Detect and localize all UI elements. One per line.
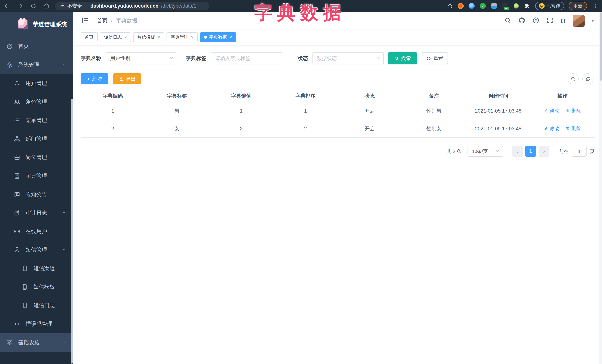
sidebar-item-sms-template[interactable]: 短信模板 xyxy=(0,278,73,296)
edit-link[interactable]: 修改 xyxy=(544,108,559,114)
dict-name-select[interactable] xyxy=(106,52,177,64)
delete-link[interactable]: 删除 xyxy=(566,108,581,114)
extension-orange-icon[interactable] xyxy=(457,3,464,9)
breadcrumb-home[interactable]: 首页 xyxy=(97,17,108,24)
sidebar-item-label: 部门管理 xyxy=(26,135,47,143)
search-button[interactable]: 搜索 xyxy=(388,52,417,64)
scrollbar-thumb[interactable] xyxy=(600,12,602,81)
tab-home[interactable]: 首页 xyxy=(81,32,98,42)
close-icon[interactable]: × xyxy=(124,35,127,40)
page-size-select[interactable] xyxy=(468,146,503,157)
announcement-icon xyxy=(14,191,20,198)
sidebar-item-menu-mgmt[interactable]: 菜单管理 xyxy=(0,111,73,130)
github-icon[interactable] xyxy=(518,17,525,25)
toggle-search-button[interactable] xyxy=(568,73,579,84)
extension-green-leaf-icon[interactable] xyxy=(513,3,520,9)
sidebar-item-dict-mgmt[interactable]: 字典管理 xyxy=(0,167,73,185)
add-button[interactable]: + 新增 xyxy=(81,73,108,84)
cell-status: 开启 xyxy=(338,102,402,120)
export-button[interactable]: 导出 xyxy=(113,73,141,84)
sidebar-item-infrastructure[interactable]: 基础设施 xyxy=(0,333,73,352)
sidebar-item-notice[interactable]: 通知公告 xyxy=(0,185,73,204)
chevron-down-icon xyxy=(376,56,380,61)
forward-icon[interactable] xyxy=(17,3,23,9)
sidebar: 芋道管理系统 首页 系统管理 用户管理 角色管理 菜单管理 xyxy=(0,12,73,364)
font-size-icon[interactable]: tT xyxy=(560,17,566,24)
sidebar-item-post-mgmt[interactable]: 岗位管理 xyxy=(0,148,73,167)
gear-icon xyxy=(6,62,13,68)
paused-label: 已暂停 xyxy=(547,3,560,9)
sidebar-item-online-users[interactable]: 在线用户 xyxy=(0,222,73,241)
table-row: 1 男 1 1 开启 性别男 2021-01-05 17:03:48 修改 删除 xyxy=(81,102,595,120)
sidebar-item-label: 系统管理 xyxy=(18,61,40,69)
page-number-1[interactable]: 1 xyxy=(525,146,536,157)
browser-menu-icon[interactable]: ⋮ xyxy=(592,3,599,9)
fullscreen-icon[interactable] xyxy=(547,17,553,25)
delete-link[interactable]: 删除 xyxy=(566,125,581,132)
status-select[interactable] xyxy=(312,52,384,64)
reset-button[interactable]: 重置 xyxy=(422,52,448,64)
page-scrollbar[interactable] xyxy=(599,12,602,364)
reload-icon[interactable] xyxy=(30,3,37,9)
sidebar-item-label: 短信渠道 xyxy=(33,265,55,272)
goto-page-input[interactable] xyxy=(572,146,587,157)
extension-puzzle-icon[interactable] xyxy=(524,3,531,9)
col-header: 字典标签 xyxy=(145,90,209,102)
sidebar-item-system-mgmt[interactable]: 系统管理 xyxy=(0,56,73,74)
extension-green-check-icon[interactable]: ✓ xyxy=(480,3,486,9)
tab-sms-template[interactable]: 短信模板 × xyxy=(133,32,164,42)
address-bar[interactable]: 不安全 dashboard.yudao.iocoder.cn/dict/type… xyxy=(55,2,209,10)
sidebar-item-home[interactable]: 首页 xyxy=(0,37,73,56)
close-icon[interactable]: × xyxy=(229,35,232,40)
edit-link[interactable]: 修改 xyxy=(544,125,559,132)
extension-blue-drop-icon[interactable] xyxy=(468,3,475,9)
extension-blue-diamond-icon[interactable] xyxy=(491,3,497,9)
sidebar-item-sms-mgmt[interactable]: 短信管理 xyxy=(0,241,73,259)
phone-icon xyxy=(22,265,28,272)
extension-dark-on-icon[interactable]: on xyxy=(502,3,508,9)
page-size-value[interactable] xyxy=(472,149,499,154)
sidebar-item-label: 基础设施 xyxy=(18,339,40,346)
tab-sms-log[interactable]: 短信日志 × xyxy=(100,32,131,42)
prev-page-button[interactable]: ‹ xyxy=(512,146,523,157)
export-button-label: 导出 xyxy=(126,76,136,82)
tab-dict-data[interactable]: 字典数据 × xyxy=(200,32,236,42)
online-signal-icon xyxy=(14,228,20,235)
cell-dict-value: 2 xyxy=(209,120,273,137)
sidebar-scrollbar[interactable] xyxy=(71,99,73,364)
paused-extension-pill[interactable]: 已暂停 xyxy=(535,2,564,10)
cell-dict-label: 女 xyxy=(145,120,209,137)
sidebar-bottom-strip xyxy=(0,352,73,364)
chevron-down-icon xyxy=(169,56,174,61)
refresh-table-button[interactable] xyxy=(582,73,593,84)
sidebar-item-errorcode-mgmt[interactable]: 错误码管理 xyxy=(0,315,73,333)
close-icon[interactable]: × xyxy=(191,35,194,40)
home-icon[interactable] xyxy=(43,3,50,9)
chevron-up-icon xyxy=(62,247,66,253)
add-button-label: 新增 xyxy=(92,76,102,82)
search-icon[interactable] xyxy=(504,17,511,25)
sidebar-item-audit-log[interactable]: 审计日志 xyxy=(0,204,73,222)
emoji-icon xyxy=(539,3,545,9)
sidebar-collapse-icon[interactable] xyxy=(81,16,89,25)
next-page-button[interactable]: › xyxy=(539,146,549,157)
status-select-value[interactable] xyxy=(317,56,379,61)
help-icon[interactable]: ? xyxy=(532,17,539,25)
sidebar-item-label: 短信模板 xyxy=(33,283,55,291)
dict-label-input[interactable] xyxy=(215,56,278,61)
tab-dict-mgmt[interactable]: 字典管理 × xyxy=(167,32,198,42)
bookmark-star-icon[interactable] xyxy=(447,3,453,9)
browser-update-button[interactable]: 更新 xyxy=(569,2,587,10)
sidebar-item-sms-log[interactable]: 短信日志 xyxy=(0,296,73,315)
close-icon[interactable]: × xyxy=(158,35,160,40)
sidebar-item-role-mgmt[interactable]: 角色管理 xyxy=(0,93,73,111)
table-header-row: 字典编码 字典标签 字典键值 字典排序 状态 备注 创建时间 操作 xyxy=(81,90,595,102)
sidebar-item-dept-mgmt[interactable]: 部门管理 xyxy=(0,130,73,148)
sidebar-item-sms-channel[interactable]: 短信渠道 xyxy=(0,259,73,278)
sidebar-item-user-mgmt[interactable]: 用户管理 xyxy=(0,74,73,93)
page-watermark-title: 字典数据 xyxy=(254,1,346,25)
back-icon[interactable] xyxy=(3,3,10,9)
caret-down-icon[interactable]: ▾ xyxy=(592,18,594,23)
dict-name-select-value[interactable] xyxy=(110,56,173,61)
avatar[interactable] xyxy=(573,15,585,27)
